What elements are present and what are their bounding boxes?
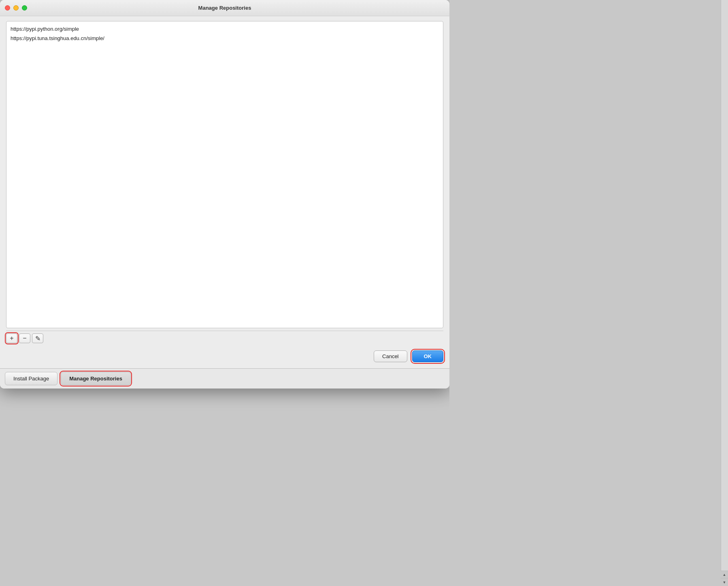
- close-button[interactable]: [5, 5, 10, 11]
- traffic-lights: [5, 5, 27, 11]
- remove-repo-button[interactable]: −: [19, 333, 30, 343]
- minimize-button[interactable]: [13, 5, 19, 11]
- install-package-tab[interactable]: Install Package: [5, 372, 57, 385]
- manage-repositories-tab[interactable]: Manage Repositories: [61, 372, 131, 385]
- scrollbar-track: ▲ ▼: [721, 0, 728, 586]
- repo-list[interactable]: https://pypi.python.org/simple https://p…: [6, 21, 443, 328]
- background-panel: ▲ ▼: [449, 0, 728, 586]
- title-bar: Manage Repositories: [0, 0, 449, 16]
- cancel-button[interactable]: Cancel: [374, 350, 407, 362]
- toolbar: + − ✎: [6, 331, 443, 347]
- bottom-tabs: Install Package Manage Repositories: [0, 368, 449, 389]
- add-repo-button[interactable]: +: [6, 333, 17, 343]
- window-title: Manage Repositories: [198, 5, 251, 11]
- ok-button[interactable]: OK: [412, 350, 444, 362]
- list-item: https://pypi.tuna.tsinghua.edu.cn/simple…: [10, 34, 440, 43]
- scrollbar-down-arrow[interactable]: ▼: [721, 578, 728, 586]
- action-buttons: Cancel OK: [6, 350, 443, 362]
- maximize-button[interactable]: [22, 5, 27, 11]
- edit-repo-button[interactable]: ✎: [32, 333, 43, 343]
- scrollbar-up-arrow[interactable]: ▲: [721, 571, 728, 578]
- list-item: https://pypi.python.org/simple: [10, 25, 440, 34]
